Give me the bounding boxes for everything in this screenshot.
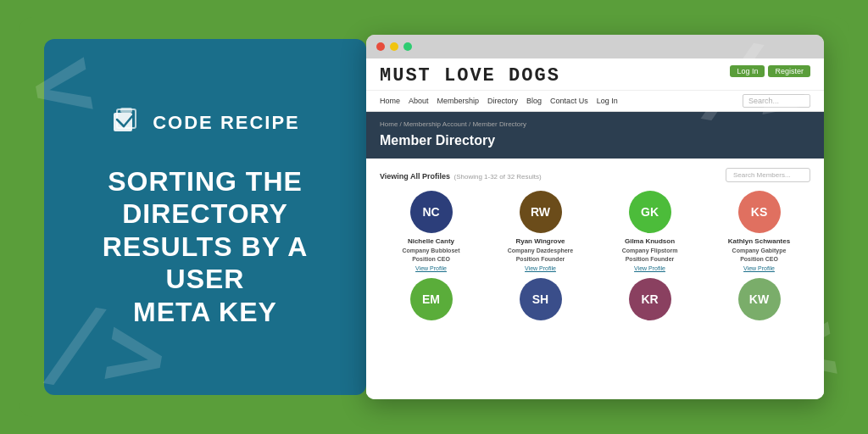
dot-green-browser [403, 42, 412, 51]
headline-line2: DIRECTORY [70, 198, 341, 230]
avatar-sh: SH [520, 278, 562, 320]
avatar-em: EM [410, 278, 453, 320]
nav-directory[interactable]: Directory [487, 97, 518, 105]
browser-content: MUST LOVE DOGS Log In Register Home Abou… [366, 58, 824, 399]
breadcrumb: Home / Membership Account / Member Direc… [380, 120, 810, 128]
dot-yellow [390, 42, 398, 51]
view-profile-nc[interactable]: View Profile [415, 265, 447, 271]
site-nav: Home About Membership Directory Blog Con… [366, 91, 824, 112]
register-button[interactable]: Register [768, 65, 810, 77]
avatar-nc: NC [410, 191, 453, 233]
viewing-sub: (Showing 1-32 of 32 Results) [453, 173, 541, 181]
headline-line1: SORTING THE [70, 165, 341, 198]
avatar-ks: KS [738, 191, 781, 233]
logo-icon [110, 106, 144, 140]
nav-search-input[interactable]: Search... [743, 94, 810, 108]
member-meta-gk: Company Flipstorm Position Founder [622, 247, 678, 264]
logo-area: CODE RECIPE [110, 106, 300, 140]
nav-login[interactable]: Log In [597, 97, 618, 105]
nav-home[interactable]: Home [380, 97, 400, 105]
view-profile-gk[interactable]: View Profile [634, 265, 665, 271]
member-card-gk: GK Gilma Knudson Company Flipstorm Posit… [598, 191, 701, 271]
member-card-ks: KS Kathlyn Schwantes Company Gabitype Po… [708, 191, 810, 271]
member-card-rw: RW Ryan Wingrove Company Dazdesphere Pos… [489, 191, 592, 271]
header-buttons: Log In Register [730, 65, 810, 77]
member-name-gk: Gilma Knudson [625, 237, 675, 245]
member-card-sh: SH [489, 278, 592, 325]
browser-mockup: MUST LOVE DOGS Log In Register Home Abou… [366, 35, 824, 399]
page-header-bar: Home / Membership Account / Member Direc… [366, 112, 824, 159]
svg-rect-4 [120, 108, 132, 113]
viewing-bar: Viewing All Profiles (Showing 1-32 of 32… [380, 167, 810, 182]
nav-about[interactable]: About [409, 97, 429, 105]
headline-line3: RESULTS BY A USER [70, 231, 341, 296]
nav-membership[interactable]: Membership [437, 97, 480, 105]
browser-titlebar [366, 35, 824, 58]
search-members-input[interactable]: Search Members... [726, 168, 810, 182]
nav-contact[interactable]: Contact Us [550, 97, 588, 105]
member-meta-nc: Company Bubbloset Position CEO [402, 247, 459, 264]
member-name-rw: Ryan Wingrove [515, 237, 565, 245]
avatar-rw: RW [520, 191, 562, 233]
outer-wrapper: < /> /> < CODE RECIPE SORTING THE DIRECT… [19, 17, 849, 417]
member-grid: NC Nichelle Canty Company Bubbloset Posi… [380, 191, 810, 325]
member-name-nc: Nichelle Canty [408, 237, 454, 245]
avatar-kw: KW [738, 278, 781, 320]
member-card-kr: KR [598, 278, 701, 325]
left-panel: CODE RECIPE SORTING THE DIRECTORY RESULT… [44, 39, 366, 395]
directory-content: Viewing All Profiles (Showing 1-32 of 32… [366, 159, 824, 399]
site-header: MUST LOVE DOGS Log In Register [366, 58, 824, 91]
member-meta-ks: Company Gabitype Position CEO [732, 247, 787, 264]
member-card-kw: KW [708, 278, 810, 325]
view-profile-rw[interactable]: View Profile [525, 265, 556, 271]
member-name-ks: Kathlyn Schwantes [728, 237, 790, 245]
page-title: Member Directory [380, 133, 810, 148]
member-card-nc: NC Nichelle Canty Company Bubbloset Posi… [380, 191, 482, 271]
viewing-label: Viewing All Profiles [380, 172, 450, 181]
view-profile-ks[interactable]: View Profile [743, 265, 775, 271]
nav-blog[interactable]: Blog [526, 97, 542, 105]
dot-red [376, 42, 385, 51]
logo-text: CODE RECIPE [153, 112, 300, 134]
main-headline: SORTING THE DIRECTORY RESULTS BY A USER … [70, 165, 341, 328]
member-card-em: EM [380, 278, 482, 325]
viewing-text: Viewing All Profiles (Showing 1-32 of 32… [380, 167, 542, 182]
avatar-gk: GK [629, 191, 671, 233]
member-meta-rw: Company Dazdesphere Position Founder [508, 247, 573, 264]
avatar-kr: KR [629, 278, 671, 320]
headline-line4: META KEY [70, 296, 341, 328]
login-button[interactable]: Log In [730, 65, 765, 77]
